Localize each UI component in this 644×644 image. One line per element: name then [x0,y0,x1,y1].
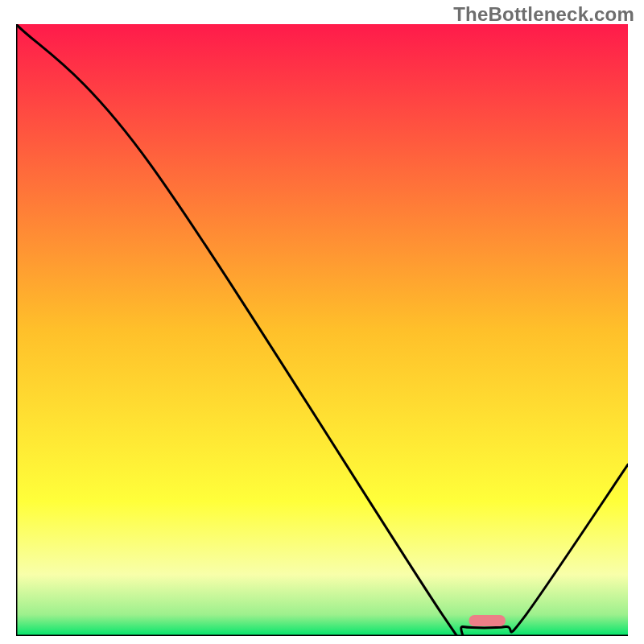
chart-container: TheBottleneck.com [0,0,644,644]
plot-svg [16,24,628,636]
watermark-text: TheBottleneck.com [453,3,634,26]
optimal-range-marker [469,615,506,626]
plot-frame [16,24,628,636]
gradient-background [16,24,628,636]
